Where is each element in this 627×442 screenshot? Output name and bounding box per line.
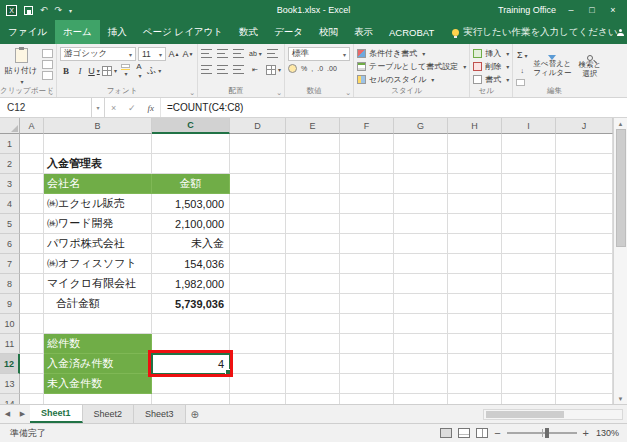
- cell-B3[interactable]: 会社名: [44, 174, 152, 194]
- undo-icon[interactable]: ↶: [40, 5, 48, 15]
- cell-I1[interactable]: [502, 134, 556, 154]
- delete-cells-button[interactable]: 削除: [473, 60, 509, 72]
- cell-J14[interactable]: [556, 394, 613, 404]
- format-as-table-button[interactable]: テーブルとして書式設定: [357, 60, 466, 72]
- cell-J3[interactable]: [556, 174, 613, 194]
- account-name[interactable]: Training Office: [498, 5, 556, 15]
- zoom-in-icon[interactable]: +: [583, 428, 589, 439]
- tab-data[interactable]: データ: [266, 20, 311, 44]
- cell-E3[interactable]: [286, 174, 340, 194]
- tab-page-layout[interactable]: ページ レイアウト: [135, 20, 231, 44]
- cell-A1[interactable]: [20, 134, 44, 154]
- cell-E10[interactable]: [286, 314, 340, 334]
- cell-G13[interactable]: [394, 374, 448, 394]
- row-header-4[interactable]: 4: [0, 194, 20, 214]
- font-size-combo[interactable]: 11 ▾: [138, 47, 166, 61]
- cell-A5[interactable]: [20, 214, 44, 234]
- cell-E1[interactable]: [286, 134, 340, 154]
- cell-J5[interactable]: [556, 214, 613, 234]
- cell-C3[interactable]: 金額: [152, 174, 230, 194]
- vertical-scroll-thumb[interactable]: [616, 129, 626, 247]
- cell-I9[interactable]: [502, 294, 556, 314]
- cell-J10[interactable]: [556, 314, 613, 334]
- shrink-font-button[interactable]: A▼: [182, 48, 194, 61]
- cell-F8[interactable]: [340, 274, 394, 294]
- underline-button[interactable]: U: [88, 64, 100, 77]
- cell-G5[interactable]: [394, 214, 448, 234]
- cell-B13[interactable]: 未入金件数: [44, 374, 152, 394]
- cell-A3[interactable]: [20, 174, 44, 194]
- cell-H13[interactable]: [448, 374, 502, 394]
- cell-C6[interactable]: 未入金: [152, 234, 230, 254]
- increase-decimal-button[interactable]: .0: [317, 65, 323, 72]
- cell-G12[interactable]: [394, 354, 448, 374]
- formula-input[interactable]: =COUNT(C4:C8): [161, 98, 627, 117]
- cell-A9[interactable]: [20, 294, 44, 314]
- insert-function-icon[interactable]: fx: [148, 103, 155, 113]
- copy-icon[interactable]: [42, 60, 53, 69]
- cell-E8[interactable]: [286, 274, 340, 294]
- cell-H6[interactable]: [448, 234, 502, 254]
- cell-F10[interactable]: [340, 314, 394, 334]
- cell-D11[interactable]: [230, 334, 286, 354]
- cell-D2[interactable]: [230, 154, 286, 174]
- tab-acrobat[interactable]: ACROBAT: [381, 20, 442, 44]
- cell-B10[interactable]: [44, 314, 152, 334]
- cell-F7[interactable]: [340, 254, 394, 274]
- column-header-F[interactable]: F: [340, 118, 394, 134]
- cell-I5[interactable]: [502, 214, 556, 234]
- cell-D6[interactable]: [230, 234, 286, 254]
- row-header-9[interactable]: 9: [0, 294, 20, 314]
- cell-A8[interactable]: [20, 274, 44, 294]
- normal-view-icon[interactable]: [440, 428, 452, 438]
- cell-A4[interactable]: [20, 194, 44, 214]
- zoom-slider[interactable]: [507, 432, 577, 434]
- page-layout-view-icon[interactable]: [458, 428, 470, 438]
- cell-J12[interactable]: [556, 354, 613, 374]
- cell-E14[interactable]: [286, 394, 340, 404]
- cell-J13[interactable]: [556, 374, 613, 394]
- cell-E2[interactable]: [286, 154, 340, 174]
- cell-I13[interactable]: [502, 374, 556, 394]
- cell-E5[interactable]: [286, 214, 340, 234]
- format-cells-button[interactable]: 書式: [473, 74, 509, 86]
- cell-A13[interactable]: [20, 374, 44, 394]
- cell-H14[interactable]: [448, 394, 502, 404]
- conditional-formatting-button[interactable]: 条件付き書式: [357, 47, 466, 59]
- decrease-decimal-button[interactable]: .00: [327, 65, 337, 72]
- cell-B4[interactable]: ㈱エクセル販売: [44, 194, 152, 214]
- align-middle-icon[interactable]: [217, 49, 228, 58]
- format-painter-icon[interactable]: [42, 71, 53, 80]
- align-left-icon[interactable]: [201, 65, 212, 74]
- cell-I14[interactable]: [502, 394, 556, 404]
- redo-icon[interactable]: ↷: [55, 5, 63, 15]
- sheet-tab-sheet1[interactable]: Sheet1: [30, 405, 83, 423]
- cell-B6[interactable]: パワポ株式会社: [44, 234, 152, 254]
- clipboard-dialog-launcher-icon[interactable]: ⌄: [48, 89, 54, 97]
- cell-J1[interactable]: [556, 134, 613, 154]
- cell-G11[interactable]: [394, 334, 448, 354]
- new-sheet-icon[interactable]: [186, 405, 204, 423]
- tell-me-box[interactable]: 実行したい作業を入力してください: [452, 20, 617, 44]
- cell-I7[interactable]: [502, 254, 556, 274]
- sheet-nav-right-icon[interactable]: [15, 405, 30, 423]
- cell-H11[interactable]: [448, 334, 502, 354]
- cell-I8[interactable]: [502, 274, 556, 294]
- cell-H10[interactable]: [448, 314, 502, 334]
- cell-D7[interactable]: [230, 254, 286, 274]
- share-button[interactable]: 共有: [617, 20, 627, 44]
- select-all-corner[interactable]: [0, 118, 20, 134]
- fill-button[interactable]: ↓: [516, 64, 528, 76]
- column-header-D[interactable]: D: [230, 118, 286, 134]
- zoom-level[interactable]: 130%: [595, 428, 619, 438]
- cell-D8[interactable]: [230, 274, 286, 294]
- align-right-icon[interactable]: [233, 65, 244, 74]
- cell-J9[interactable]: [556, 294, 613, 314]
- excel-app-icon[interactable]: X: [6, 5, 17, 16]
- column-header-A[interactable]: A: [20, 118, 44, 134]
- paste-button[interactable]: 貼り付け: [3, 47, 39, 86]
- row-header-8[interactable]: 8: [0, 274, 20, 294]
- orientation-button[interactable]: ab: [249, 47, 262, 60]
- cell-E4[interactable]: [286, 194, 340, 214]
- cell-C11[interactable]: [152, 334, 230, 354]
